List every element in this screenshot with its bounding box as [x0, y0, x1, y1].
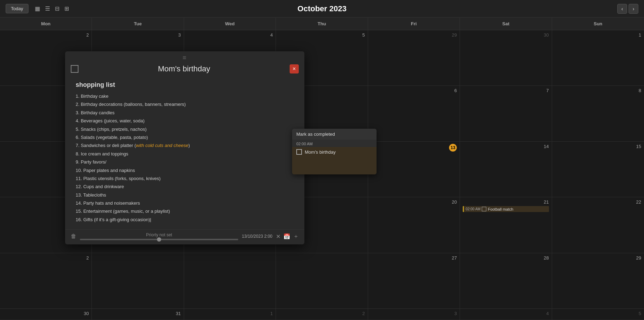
delete-button[interactable]: 🗑 — [71, 233, 76, 239]
tooltip-event-area — [292, 157, 377, 174]
modal-body: shopping list 1. Birthday cake 2. Birthd… — [65, 78, 304, 229]
list-item: 6. Salads (vegetable, pasta, potato) — [76, 133, 294, 141]
modal-drag-handle[interactable]: ≡ — [65, 51, 304, 63]
list-item: 14. Party hats and noisemakers — [76, 199, 294, 207]
calendar-grid: 2 3 4 5 29 30 1 6 7 8 1 13 14 15 2 20 21 — [0, 30, 644, 320]
view-list-icon[interactable]: ☰ — [44, 5, 51, 13]
prev-month-button[interactable]: ‹ — [617, 4, 627, 14]
list-item: 4. Beverages (juices, water, soda) — [76, 117, 294, 125]
day-header-mon: Mon — [0, 18, 92, 30]
footer-add-icon[interactable]: ＋ — [293, 233, 299, 240]
priority-thumb — [157, 237, 161, 242]
header-left: Today ▦ ☰ ⊟ ⊞ — [6, 4, 70, 13]
footer-date: 13/10/2023 2:00 — [242, 234, 272, 239]
next-month-button[interactable]: › — [629, 4, 638, 14]
drag-handle-dots: ≡ — [183, 54, 187, 62]
priority-label: Priorty not set — [80, 232, 238, 237]
shopping-list: 1. Birthday cake 2. Birthday decorations… — [76, 92, 294, 224]
app-header: Today ▦ ☰ ⊟ ⊞ October 2023 ‹ › — [0, 0, 644, 18]
footer-calendar-icon[interactable]: 📅 — [283, 233, 290, 240]
list-item: 10. Paper plates and napkins — [76, 166, 294, 174]
shopping-list-title: shopping list — [76, 81, 294, 89]
priority-bar[interactable] — [80, 239, 238, 240]
day-header-wed: Wed — [184, 18, 276, 30]
list-item: 8. Ice cream and toppings — [76, 150, 294, 158]
today-button[interactable]: Today — [6, 4, 29, 13]
list-item: 7. Sandwiches or deli platter (with cold… — [76, 141, 294, 149]
day-header-fri: Fri — [368, 18, 460, 30]
list-item: 2. Birthday decorations (balloons, banne… — [76, 100, 294, 108]
list-item: 13. Tablecloths — [76, 191, 294, 199]
event-modal: ≡ Mom's birthday × shopping list 1. Birt… — [65, 51, 304, 244]
list-item: 12. Cups and drinkware — [76, 183, 294, 191]
tooltip-event[interactable]: Mom's birthday — [292, 147, 377, 157]
list-item: 9. Party favors/ — [76, 158, 294, 166]
tooltip-header[interactable]: Mark as completed — [292, 129, 377, 140]
list-item: 16. Gifts (if it's a gift-giving occasio… — [76, 216, 294, 224]
calendar-title: October 2023 — [297, 4, 346, 13]
list-item: 11. Plastic utensils (forks, spoons, kni… — [76, 174, 294, 183]
list-item: 5. Snacks (chips, pretzels, nachos) — [76, 125, 294, 133]
footer-close-button[interactable]: ✕ — [276, 233, 280, 240]
modal-footer: 🗑 Priorty not set 13/10/2023 2:00 ✕ 📅 ＋ — [65, 229, 304, 244]
tooltip-popup: Mark as completed 02:00 AM Mom's birthda… — [292, 129, 377, 174]
list-item: 15. Entertainment (games, music, or a pl… — [76, 207, 294, 215]
footer-icons: ✕ 📅 ＋ — [276, 233, 299, 240]
modal-header: Mom's birthday × — [65, 63, 304, 78]
view-week-icon[interactable]: ▦ — [33, 5, 42, 13]
priority-bar-container: Priorty not set — [80, 232, 238, 240]
modal-title: Mom's birthday — [83, 64, 285, 73]
day-header-sat: Sat — [460, 18, 552, 30]
modal-overlay: ≡ Mom's birthday × shopping list 1. Birt… — [0, 30, 644, 320]
calendar: Mon Tue Wed Thu Fri Sat Sun 2 3 4 5 29 3… — [0, 18, 644, 320]
modal-complete-checkbox[interactable] — [71, 65, 78, 73]
day-header-sun: Sun — [552, 18, 644, 30]
tooltip-event-time: 02:00 AM — [296, 142, 312, 146]
tooltip-event-checkbox[interactable] — [296, 149, 302, 155]
view-month-icon[interactable]: ⊟ — [53, 5, 61, 13]
view-icons: ▦ ☰ ⊟ ⊞ — [33, 5, 70, 13]
list-item: 3. Birthday candles — [76, 109, 294, 117]
day-header-tue: Tue — [92, 18, 184, 30]
tooltip-event-title: Mom's birthday — [305, 149, 336, 155]
modal-close-button[interactable]: × — [290, 64, 299, 73]
day-header-thu: Thu — [276, 18, 368, 30]
list-item: 1. Birthday cake — [76, 92, 294, 100]
header-nav: ‹ › — [617, 4, 638, 14]
day-headers: Mon Tue Wed Thu Fri Sat Sun — [0, 18, 644, 30]
view-year-icon[interactable]: ⊞ — [63, 5, 70, 13]
